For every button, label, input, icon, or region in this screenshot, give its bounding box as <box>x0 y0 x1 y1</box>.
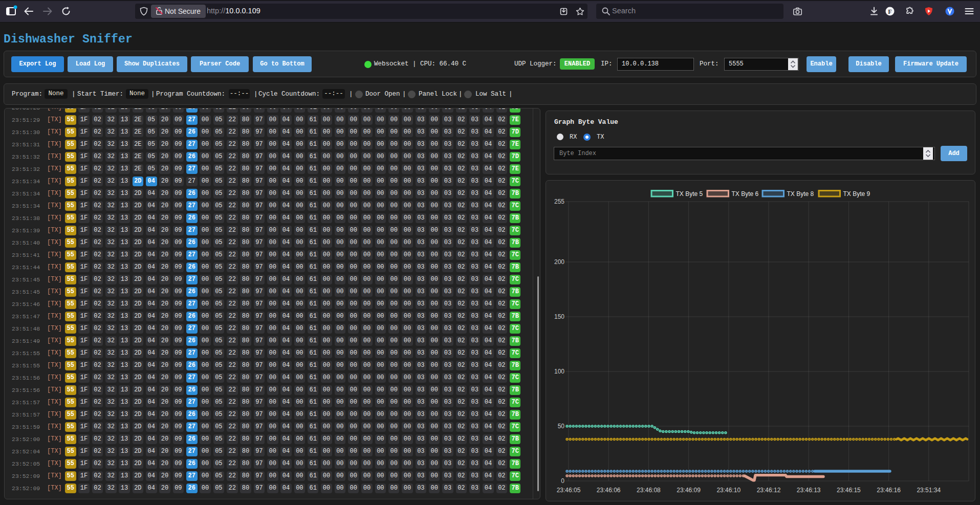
svg-text:23:46:13: 23:46:13 <box>797 487 821 494</box>
svg-text:TX Byte 9: TX Byte 9 <box>843 190 870 197</box>
svg-text:TX Byte 6: TX Byte 6 <box>732 190 759 197</box>
svg-text:150: 150 <box>554 313 564 320</box>
svg-text:23:46:09: 23:46:09 <box>677 487 701 494</box>
svg-text:23:46:08: 23:46:08 <box>637 487 661 494</box>
svg-text:200: 200 <box>554 258 564 266</box>
svg-text:23:46:06: 23:46:06 <box>597 487 621 494</box>
svg-text:23:46:15: 23:46:15 <box>837 487 861 494</box>
svg-text:F: F <box>888 8 891 15</box>
svg-text:100: 100 <box>554 368 564 375</box>
svg-text:255: 255 <box>554 198 564 205</box>
svg-text:TX Byte 5: TX Byte 5 <box>676 190 703 197</box>
svg-text:TX Byte 8: TX Byte 8 <box>787 190 814 197</box>
svg-text:50: 50 <box>558 423 565 430</box>
svg-text:23:46:05: 23:46:05 <box>557 487 581 494</box>
svg-text:23:51:34: 23:51:34 <box>917 487 941 494</box>
svg-text:23:46:10: 23:46:10 <box>716 487 741 494</box>
svg-text:0: 0 <box>561 477 564 485</box>
svg-text:23:46:16: 23:46:16 <box>877 487 901 494</box>
svg-text:23:46:12: 23:46:12 <box>757 487 781 494</box>
